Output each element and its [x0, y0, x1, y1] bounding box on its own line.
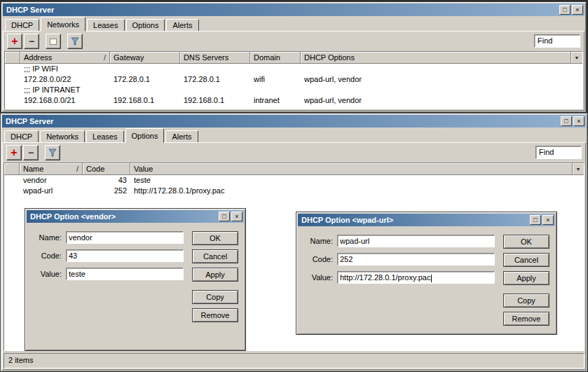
vendor-dialog-titlebar[interactable]: DHCP Option <vendor> □ ×: [27, 210, 244, 223]
wpad-dialog-fields: Name: wpad-url Code: 252 Value: http://1…: [306, 235, 495, 333]
vendor-dialog-title: DHCP Option <vendor>: [30, 212, 116, 221]
networks-table: Address / Gateway DNS Servers Domain DHC…: [4, 51, 583, 109]
wpad-dialog-titlebar[interactable]: DHCP Option <wpad-url> □ ×: [298, 214, 555, 226]
table-row-network-intranet[interactable]: 192.168.0.0/21 192.168.0.1 192.168.0.1 i…: [5, 95, 582, 106]
copy-button[interactable]: Copy: [503, 294, 549, 308]
remove-button[interactable]: −: [24, 34, 39, 49]
dhcp-server-networks-window: DHCP Server □ × DHCP Networks Leases Opt…: [1, 1, 587, 113]
close-button[interactable]: ×: [231, 212, 242, 221]
table-row-network-wifi[interactable]: 172.28.0.0/22 172.28.0.1 172.28.0.1 wifi…: [5, 74, 582, 85]
cell-gateway: 172.28.0.1: [110, 74, 180, 85]
column-header-address[interactable]: Address /: [20, 52, 110, 64]
networks-tab-strip: DHCP Networks Leases Options Alerts: [3, 16, 584, 31]
cell-dhcp-options: wpad-url, vendor: [301, 74, 582, 85]
table-row-wpad-url[interactable]: wpad-url 252 http://172.28.0.1/proxy.pac: [4, 186, 584, 196]
remove-button[interactable]: −: [23, 145, 39, 160]
close-button[interactable]: ×: [573, 116, 584, 126]
cell-domain: intranet: [250, 95, 301, 106]
options-tab-strip: DHCP Networks Leases Options Alerts: [2, 128, 586, 142]
column-header-gateway[interactable]: Gateway: [110, 52, 180, 64]
code-field[interactable]: 252: [337, 253, 495, 266]
column-header-code[interactable]: Code: [83, 163, 130, 175]
vendor-dialog-body: Name: vendor Code: 43 Value: teste OK Ca…: [27, 223, 244, 349]
close-button[interactable]: ×: [542, 215, 554, 225]
code-field[interactable]: 43: [66, 249, 184, 262]
comment-button[interactable]: [46, 34, 61, 49]
maximize-button[interactable]: □: [219, 212, 230, 221]
tab-alerts[interactable]: Alerts: [166, 19, 198, 31]
code-label: Code:: [306, 255, 333, 263]
tab-dhcp[interactable]: DHCP: [4, 130, 39, 142]
tab-dhcp[interactable]: DHCP: [5, 19, 39, 31]
filter-icon: [71, 37, 79, 46]
status-bar: 2 items: [4, 353, 584, 368]
close-button[interactable]: ×: [572, 5, 583, 15]
remove-button[interactable]: Remove: [503, 312, 549, 326]
tab-alerts[interactable]: Alerts: [165, 130, 198, 142]
value-label: Value:: [306, 273, 333, 282]
column-header-flags[interactable]: [5, 52, 20, 64]
column-header-name[interactable]: Name /: [20, 163, 83, 175]
name-label: Name:: [35, 233, 62, 242]
column-header-domain[interactable]: Domain: [250, 52, 301, 64]
tab-networks[interactable]: Networks: [41, 17, 86, 32]
filter-button[interactable]: [67, 34, 83, 49]
column-header-flags[interactable]: [4, 163, 20, 175]
items-count: 2 items: [8, 356, 33, 364]
column-select-button[interactable]: ▼: [572, 163, 584, 175]
maximize-button[interactable]: □: [559, 5, 570, 15]
ok-button[interactable]: OK: [192, 231, 238, 245]
value-field[interactable]: http://172.28.0.1/proxy.pac: [337, 271, 495, 284]
ok-button[interactable]: OK: [503, 235, 549, 249]
close-icon: ×: [235, 214, 238, 220]
column-header-value[interactable]: Value: [130, 163, 584, 175]
chevron-down-icon: ▼: [575, 55, 580, 60]
networks-toolbar: + − Find: [4, 32, 584, 51]
wpad-dialog-title: DHCP Option <wpad-url>: [301, 216, 393, 224]
table-row-vendor[interactable]: vendor 43 teste: [4, 175, 584, 186]
column-select-button[interactable]: ▼: [570, 52, 582, 64]
cancel-button[interactable]: Cancel: [192, 249, 238, 263]
column-header-dhcp-options[interactable]: DHCP Options: [301, 52, 582, 64]
name-field[interactable]: vendor: [66, 231, 184, 244]
tab-networks[interactable]: Networks: [40, 130, 85, 142]
options-toolbar: + − Find: [3, 143, 585, 163]
window-controls: □ ×: [561, 116, 584, 126]
tab-leases[interactable]: Leases: [87, 19, 124, 31]
networks-window-titlebar[interactable]: DHCP Server □ ×: [3, 4, 584, 16]
window-controls: □ ×: [530, 215, 554, 225]
maximize-button[interactable]: □: [561, 116, 572, 126]
vendor-dialog-buttons: OK Cancel Apply Copy Remove: [192, 231, 238, 349]
remove-button[interactable]: Remove: [192, 308, 238, 322]
dhcp-option-vendor-dialog: DHCP Option <vendor> □ × Name: vendor Co…: [25, 208, 246, 351]
value-label: Value:: [35, 270, 62, 278]
table-row-comment-intranet[interactable]: ;;; IP INTRANET: [5, 85, 582, 95]
filter-button[interactable]: [45, 145, 60, 160]
tab-options[interactable]: Options: [126, 19, 165, 31]
find-input[interactable]: Find: [535, 146, 582, 159]
apply-button[interactable]: Apply: [192, 268, 238, 282]
options-window-titlebar[interactable]: DHCP Server □ ×: [2, 115, 586, 128]
window-controls: □ ×: [559, 5, 583, 15]
column-header-dns-servers[interactable]: DNS Servers: [180, 52, 250, 64]
tab-leases[interactable]: Leases: [86, 130, 123, 142]
cancel-button[interactable]: Cancel: [503, 253, 549, 267]
maximize-button[interactable]: □: [530, 215, 541, 225]
apply-button[interactable]: Apply: [503, 271, 549, 285]
add-button[interactable]: +: [7, 34, 22, 49]
chevron-down-icon: ▼: [576, 167, 581, 172]
options-table-header: Name / Code Value ▼: [4, 163, 584, 175]
value-field[interactable]: teste: [66, 268, 184, 280]
table-row-comment-wifi[interactable]: ;;; IP WIFI: [5, 64, 582, 74]
close-icon: ×: [546, 217, 549, 223]
find-input[interactable]: Find: [534, 34, 580, 48]
name-field[interactable]: wpad-url: [337, 235, 495, 247]
name-field-row: Name: vendor: [35, 231, 184, 244]
cell-code: 43: [83, 175, 130, 186]
add-button[interactable]: +: [6, 145, 22, 160]
networks-window-title: DHCP Server: [6, 6, 54, 14]
copy-button[interactable]: Copy: [192, 290, 238, 304]
name-label: Name:: [306, 237, 333, 245]
tab-options[interactable]: Options: [125, 128, 165, 143]
code-field-row: Code: 43: [35, 249, 184, 262]
